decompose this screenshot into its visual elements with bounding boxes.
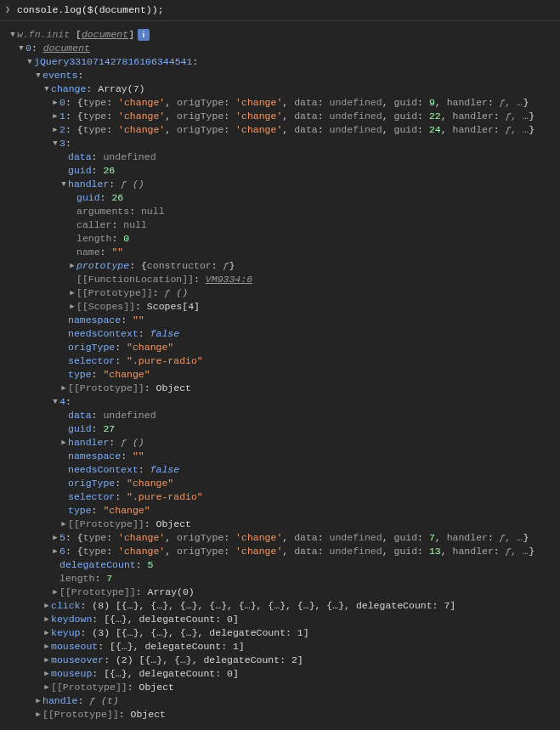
prop-row[interactable]: guid: 27 bbox=[8, 422, 560, 436]
expand-icon[interactable] bbox=[59, 518, 68, 531]
keyup-row[interactable]: keyup: (3) [{…}, {…}, {…}, delegateCount… bbox=[8, 626, 560, 640]
expand-icon[interactable] bbox=[42, 640, 51, 654]
proto-row[interactable]: [[Prototype]]: Object bbox=[8, 382, 560, 395]
prop-row[interactable]: origType: "change" bbox=[8, 341, 560, 354]
expand-icon[interactable] bbox=[51, 545, 59, 558]
expand-icon[interactable] bbox=[68, 259, 76, 273]
expand-icon[interactable] bbox=[42, 681, 51, 694]
expand-icon[interactable] bbox=[59, 178, 68, 191]
expand-icon[interactable] bbox=[25, 55, 34, 69]
prototype-row[interactable]: prototype: {constructor: ƒ} bbox=[8, 259, 560, 273]
info-icon[interactable]: i bbox=[138, 29, 150, 41]
index-0-row[interactable]: 0: document bbox=[8, 42, 560, 55]
change-item-3[interactable]: 3: bbox=[8, 137, 560, 150]
prop-row[interactable]: needsContext: false bbox=[8, 327, 560, 341]
prop-row[interactable]: data: undefined bbox=[8, 150, 560, 164]
prop-row[interactable]: arguments: null bbox=[8, 205, 560, 218]
expand-icon[interactable] bbox=[42, 613, 51, 626]
change-item-1[interactable]: 1: {type: 'change', origType: 'change', … bbox=[8, 110, 560, 123]
expand-icon[interactable] bbox=[51, 531, 59, 545]
mouseover-row[interactable]: mouseover: (2) [{…}, {…}, delegateCount:… bbox=[8, 654, 560, 667]
prop-row[interactable]: selector: ".pure-radio" bbox=[8, 490, 560, 504]
expand-icon[interactable] bbox=[51, 123, 59, 137]
change-item-0[interactable]: 0: {type: 'change', origType: 'change', … bbox=[8, 96, 560, 110]
keydown-row[interactable]: keydown: [{…}, delegateCount: 0] bbox=[8, 613, 560, 626]
handler-row[interactable]: handler: ƒ () bbox=[8, 178, 560, 191]
prop-row[interactable]: namespace: "" bbox=[8, 314, 560, 327]
document-link[interactable]: document bbox=[82, 28, 128, 42]
length-row[interactable]: length: 7 bbox=[8, 572, 560, 586]
handle-row[interactable]: handle: ƒ (t) bbox=[8, 694, 560, 708]
proto-row[interactable]: [[Prototype]]: Object bbox=[8, 681, 560, 694]
prop-row[interactable]: guid: 26 bbox=[8, 164, 560, 178]
expand-icon[interactable] bbox=[34, 708, 42, 722]
expand-icon[interactable] bbox=[42, 82, 51, 96]
prop-row[interactable]: guid: 26 bbox=[8, 191, 560, 205]
expand-icon[interactable] bbox=[17, 42, 25, 55]
expand-icon[interactable] bbox=[59, 436, 68, 450]
click-row[interactable]: click: (8) [{…}, {…}, {…}, {…}, {…}, {…}… bbox=[8, 599, 560, 613]
document-link[interactable]: document bbox=[43, 42, 90, 55]
handler-row[interactable]: handler: ƒ () bbox=[8, 436, 560, 450]
prop-row[interactable]: namespace: "" bbox=[8, 450, 560, 463]
expand-icon[interactable] bbox=[42, 654, 51, 667]
prop-row[interactable]: type: "change" bbox=[8, 504, 560, 518]
proto-row[interactable]: [[Prototype]]: ƒ () bbox=[8, 286, 560, 300]
expand-icon[interactable] bbox=[42, 626, 51, 640]
prop-row[interactable]: caller: null bbox=[8, 218, 560, 232]
root-object-row[interactable]: w.fn.init [document] i bbox=[8, 28, 560, 42]
proto-row[interactable]: [[Prototype]]: Object bbox=[8, 518, 560, 531]
change-item-5[interactable]: 5: {type: 'change', origType: 'change', … bbox=[8, 531, 560, 545]
prop-row[interactable]: needsContext: false bbox=[8, 463, 560, 477]
prop-row[interactable]: data: undefined bbox=[8, 409, 560, 422]
delegate-count-row[interactable]: delegateCount: 5 bbox=[8, 558, 560, 572]
change-item-4[interactable]: 4: bbox=[8, 395, 560, 409]
console-output: w.fn.init [document] i 0: document jQuer… bbox=[0, 21, 560, 725]
expand-icon[interactable] bbox=[8, 28, 17, 42]
expand-icon[interactable] bbox=[34, 69, 42, 82]
console-input-code: console.log($(document)); bbox=[17, 3, 164, 17]
expand-icon[interactable] bbox=[59, 382, 68, 395]
proto-row[interactable]: [[Prototype]]: Object bbox=[8, 708, 560, 722]
expand-icon[interactable] bbox=[51, 96, 59, 110]
change-item-6[interactable]: 6: {type: 'change', origType: 'change', … bbox=[8, 545, 560, 558]
prop-row[interactable]: selector: ".pure-radio" bbox=[8, 354, 560, 368]
expand-icon[interactable] bbox=[34, 694, 42, 708]
prop-row[interactable]: length: 0 bbox=[8, 232, 560, 246]
function-location-row[interactable]: [[FunctionLocation]]: VM9334:6 bbox=[8, 273, 560, 286]
prop-row[interactable]: type: "change" bbox=[8, 368, 560, 382]
expand-icon[interactable] bbox=[51, 395, 59, 409]
expand-icon[interactable] bbox=[42, 599, 51, 613]
change-item-2[interactable]: 2: {type: 'change', origType: 'change', … bbox=[8, 123, 560, 137]
prompt-caret-icon: ❯ bbox=[5, 3, 10, 17]
mouseout-row[interactable]: mouseout: [{…}, delegateCount: 1] bbox=[8, 640, 560, 654]
mouseup-row[interactable]: mouseup: [{…}, delegateCount: 0] bbox=[8, 667, 560, 681]
events-row[interactable]: events: bbox=[8, 69, 560, 82]
expand-icon[interactable] bbox=[42, 667, 51, 681]
vm-location-link[interactable]: VM9334:6 bbox=[206, 273, 252, 286]
expand-icon[interactable] bbox=[68, 286, 76, 300]
expand-icon[interactable] bbox=[51, 110, 59, 123]
console-input-bar[interactable]: ❯ console.log($(document)); bbox=[0, 0, 560, 21]
change-array-row[interactable]: change: Array(7) bbox=[8, 82, 560, 96]
expand-icon[interactable] bbox=[68, 300, 76, 314]
prop-row[interactable]: name: "" bbox=[8, 246, 560, 259]
expand-icon[interactable] bbox=[51, 137, 59, 150]
scopes-row[interactable]: [[Scopes]]: Scopes[4] bbox=[8, 300, 560, 314]
prop-row[interactable]: origType: "change" bbox=[8, 477, 560, 490]
expand-icon[interactable] bbox=[51, 586, 59, 599]
proto-row[interactable]: [[Prototype]]: Array(0) bbox=[8, 586, 560, 599]
jquery-key-row[interactable]: jQuery331071427816106344541: bbox=[8, 55, 560, 69]
